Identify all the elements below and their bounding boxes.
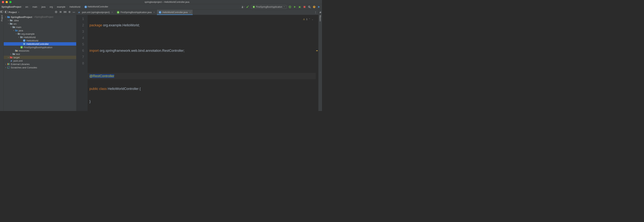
tree-hw-class[interactable]: CHelloWorld <box>4 39 76 42</box>
svg-rect-13 <box>16 51 17 51</box>
tab-controller[interactable]: C HelloWorldController.java × <box>157 10 193 15</box>
hide-icon[interactable]: — <box>73 11 75 14</box>
tree-test[interactable]: test <box>4 52 76 56</box>
ide-scripting-icon[interactable] <box>318 6 320 9</box>
line-gutter[interactable]: 1 2 3 4 5 6 7 8 <box>76 15 88 111</box>
class-icon: C <box>23 39 26 42</box>
svg-point-9 <box>56 12 56 12</box>
tree-src[interactable]: src <box>4 22 76 25</box>
user-icon[interactable]: ▾ <box>241 6 244 9</box>
tab-app[interactable]: FirstSpringBootApplication.java × <box>115 10 157 15</box>
maven-file-icon: m <box>78 11 81 14</box>
tree-package[interactable]: org.example <box>4 32 76 36</box>
window-title: springbootproject – HelloWorldController… <box>14 1 320 3</box>
expand-all-icon[interactable] <box>59 11 62 14</box>
line-number: 6 <box>76 47 84 54</box>
svg-rect-14 <box>8 63 8 65</box>
svg-point-2 <box>308 6 310 8</box>
warning-count: 1 <box>306 16 308 22</box>
tree-root[interactable]: SpringBootProject~/SpringBootProject <box>4 15 76 19</box>
tab-label: pom.xml (springbootproject) <box>82 11 110 14</box>
inspections-widget[interactable]: ⚠ 1 ⌃ ⌄ <box>303 16 314 22</box>
tree-java[interactable]: java <box>4 29 76 32</box>
close-window-icon[interactable] <box>2 1 4 3</box>
project-tool-title[interactable]: Project <box>8 11 17 14</box>
run-with-coverage-icon[interactable] <box>288 6 292 9</box>
breadcrumb-src[interactable]: src <box>25 6 28 8</box>
update-icon[interactable] <box>313 6 316 9</box>
run-config-label: FirstSpringBootApplication <box>256 6 282 8</box>
run-icon[interactable] <box>293 6 296 9</box>
breadcrumb-main[interactable]: main <box>32 6 37 8</box>
class-icon: C <box>159 11 161 14</box>
project-tool-icon[interactable] <box>0 11 3 13</box>
tab-pom[interactable]: m pom.xml (springbootproject) × <box>76 10 115 15</box>
tree-app-class[interactable]: FirstSpringBootApplication <box>4 46 76 49</box>
line-number: 7 <box>76 54 84 60</box>
chevron-down-icon[interactable]: ▼ <box>18 11 20 13</box>
breadcrumb-project[interactable]: SpringBootProject <box>2 6 21 8</box>
tree-idea[interactable]: .idea <box>4 19 76 22</box>
maven-tool-button[interactable]: Maven <box>319 14 322 22</box>
breadcrumb-helloworld[interactable]: HelloWorld <box>70 6 80 8</box>
svg-rect-15 <box>8 63 9 65</box>
svg-rect-16 <box>9 63 10 65</box>
gear-icon[interactable] <box>68 11 71 14</box>
left-tool-window-bar: Project <box>0 10 4 111</box>
svg-point-18 <box>8 68 8 68</box>
tab-actions-icon[interactable]: ⋮ <box>314 11 317 14</box>
stop-icon[interactable] <box>303 6 306 9</box>
select-opened-file-icon[interactable] <box>55 11 58 14</box>
svg-rect-5 <box>1 11 2 13</box>
breadcrumb-controller[interactable]: CHelloWorldController <box>84 6 108 8</box>
code-editor[interactable]: package org.example.HelloWorld; import o… <box>88 15 316 111</box>
minimize-window-icon[interactable] <box>6 1 8 3</box>
titlebar: springbootproject – HelloWorldController… <box>0 0 322 4</box>
editor-area: m pom.xml (springbootproject) × FirstSpr… <box>76 10 318 111</box>
project-view-icon <box>5 11 8 14</box>
breadcrumb-java[interactable]: java <box>41 6 46 8</box>
svg-point-0 <box>299 6 300 8</box>
project-sidebar: Project ▼ — SpringBootProject~/SpringBoo… <box>4 10 76 111</box>
spring-boot-class-icon <box>117 11 120 14</box>
tree-pom[interactable]: mpom.xml <box>4 59 76 62</box>
line-number: 8 <box>76 60 84 67</box>
tree-main[interactable]: main <box>4 25 76 29</box>
warning-marker[interactable] <box>316 50 318 51</box>
debug-icon[interactable] <box>298 6 301 9</box>
class-icon: C <box>23 43 26 45</box>
line-number: 2 <box>76 22 84 28</box>
maven-tool-icon[interactable]: m <box>320 11 321 14</box>
run-configuration-selector[interactable]: FirstSpringBootApplication ▼ <box>251 5 286 9</box>
breadcrumb-example[interactable]: example <box>57 6 65 8</box>
close-tab-icon[interactable]: × <box>112 11 113 14</box>
tree-scratches[interactable]: Scratches and Consoles <box>4 66 76 69</box>
tree-target[interactable]: target <box>4 56 76 59</box>
warning-icon: ⚠ <box>303 16 305 22</box>
chevron-up-icon[interactable]: ⌃ <box>308 16 310 22</box>
project-tree[interactable]: SpringBootProject~/SpringBootProject .id… <box>4 15 76 111</box>
tab-label: FirstSpringBootApplication.java <box>120 11 152 14</box>
project-tool-header: Project ▼ — <box>4 10 76 15</box>
breadcrumb-org[interactable]: org <box>50 6 53 8</box>
search-icon[interactable] <box>308 6 311 9</box>
tree-hw-package[interactable]: HelloWorld <box>4 36 76 39</box>
close-tab-icon[interactable]: × <box>154 11 155 14</box>
class-icon: C <box>84 6 87 8</box>
build-hammer-icon[interactable] <box>246 6 249 9</box>
line-number: 4 <box>76 35 84 41</box>
navigation-bar: SpringBootProject〉 src〉 main〉 java〉 org〉… <box>0 4 322 10</box>
collapse-all-icon[interactable] <box>64 11 66 14</box>
tree-resources[interactable]: resources <box>4 49 76 52</box>
right-tool-window-bar: m Maven <box>318 10 322 111</box>
scratch-icon <box>7 66 10 69</box>
close-tab-icon[interactable]: × <box>190 11 191 14</box>
tree-hw-controller[interactable]: CHelloWorldController <box>4 42 76 46</box>
chevron-down-icon[interactable]: ⌄ <box>312 16 314 22</box>
error-stripe[interactable] <box>316 15 318 111</box>
maximize-window-icon[interactable] <box>9 1 12 3</box>
project-tool-button[interactable]: Project <box>1 14 3 22</box>
spring-boot-icon <box>253 6 255 8</box>
tab-label: HelloWorldController.java <box>162 11 188 14</box>
tree-external-libs[interactable]: External Libraries <box>4 62 76 66</box>
